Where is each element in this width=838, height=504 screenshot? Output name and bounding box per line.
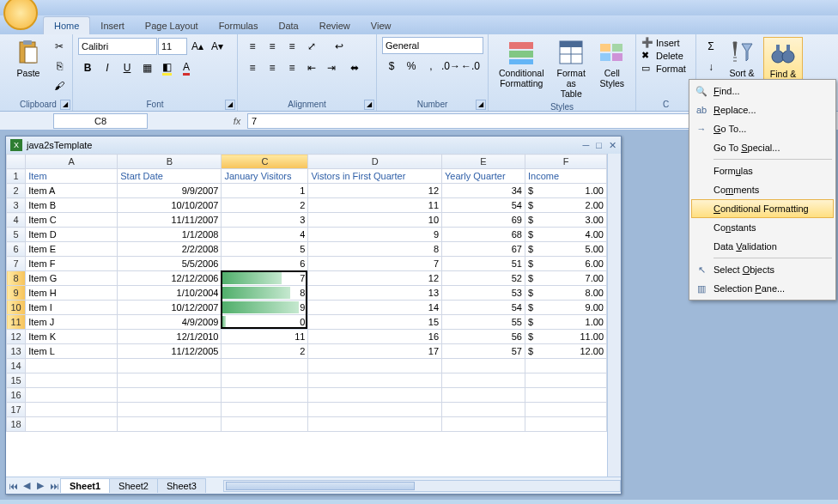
align-left-button[interactable]: ≡: [243, 58, 262, 77]
menu-goto[interactable]: →Go To...: [691, 119, 834, 138]
cell[interactable]: [442, 388, 525, 403]
cell[interactable]: 3: [222, 213, 308, 228]
cell[interactable]: 52: [442, 271, 525, 286]
cell[interactable]: 1: [222, 184, 308, 198]
cell[interactable]: [525, 417, 607, 432]
menu-constants[interactable]: Constants: [691, 218, 834, 237]
cell[interactable]: 5/5/2006: [118, 257, 222, 271]
menu-conditional-formatting[interactable]: Conditional Formatting: [691, 199, 834, 218]
cell[interactable]: [222, 373, 308, 388]
cell[interactable]: 68: [442, 228, 525, 242]
cell[interactable]: 4.00: [525, 228, 607, 242]
cell[interactable]: 7: [308, 257, 442, 271]
fill-button[interactable]: ↓: [701, 58, 720, 76]
cell[interactable]: [118, 359, 222, 373]
cell[interactable]: Item I: [26, 301, 118, 315]
cell[interactable]: [442, 373, 525, 388]
format-painter-button[interactable]: 🖌: [50, 76, 69, 95]
minimize-button[interactable]: ─: [583, 140, 590, 151]
cell[interactable]: [308, 373, 442, 388]
maximize-button[interactable]: □: [596, 140, 602, 151]
row-header-6[interactable]: 6: [7, 242, 26, 257]
cell-header[interactable]: January Visitors: [222, 169, 308, 184]
sheet-tab-1[interactable]: Sheet1: [60, 478, 110, 493]
row-header-9[interactable]: 9: [7, 286, 26, 301]
row-header-13[interactable]: 13: [7, 344, 26, 359]
col-header-C[interactable]: C: [222, 155, 308, 169]
sheet-tab-2[interactable]: Sheet2: [109, 478, 158, 493]
cell[interactable]: 9: [222, 301, 308, 315]
cell[interactable]: 2: [222, 198, 308, 213]
cell[interactable]: [308, 388, 442, 403]
paste-button[interactable]: Paste: [9, 37, 47, 80]
font-family-combo[interactable]: [78, 38, 157, 55]
cell-header[interactable]: Income: [525, 169, 607, 184]
grow-font-button[interactable]: A▴: [188, 37, 207, 56]
cell[interactable]: 12/12/2006: [118, 271, 222, 286]
cell[interactable]: 16: [308, 330, 442, 344]
spreadsheet-grid[interactable]: ABCDEF1ItemStart DateJanuary VisitorsVis…: [6, 154, 607, 477]
menu-replace[interactable]: abReplace...: [691, 100, 834, 119]
cell-header[interactable]: Start Date: [118, 169, 222, 184]
cell[interactable]: 11: [308, 198, 442, 213]
align-middle-button[interactable]: ≡: [263, 37, 282, 56]
delete-cells-button[interactable]: ✖Delete: [641, 50, 683, 61]
cell[interactable]: 11.00: [525, 330, 607, 344]
cell[interactable]: [525, 403, 607, 417]
tab-formulas[interactable]: Formulas: [209, 17, 269, 34]
font-size-combo[interactable]: [158, 38, 187, 55]
cell[interactable]: 0: [222, 315, 308, 330]
cell[interactable]: Item G: [26, 271, 118, 286]
number-launcher[interactable]: ◢: [476, 100, 486, 110]
cell[interactable]: [118, 403, 222, 417]
cell[interactable]: 14: [308, 301, 442, 315]
cell[interactable]: [222, 359, 308, 373]
row-header-5[interactable]: 5: [7, 228, 26, 242]
cell[interactable]: 67: [442, 242, 525, 257]
cell[interactable]: 15: [308, 315, 442, 330]
cell[interactable]: [118, 388, 222, 403]
tab-page-layout[interactable]: Page Layout: [135, 17, 209, 34]
vertical-scrollbar[interactable]: [607, 154, 621, 477]
row-header-15[interactable]: 15: [7, 373, 26, 388]
workbook-titlebar[interactable]: X java2sTemplate ─ □ ✕: [6, 137, 621, 154]
row-header-4[interactable]: 4: [7, 213, 26, 228]
row-header-12[interactable]: 12: [7, 330, 26, 344]
cell[interactable]: 54: [442, 301, 525, 315]
cell[interactable]: Item H: [26, 286, 118, 301]
clipboard-launcher[interactable]: ◢: [60, 100, 70, 110]
autosum-button[interactable]: Σ: [701, 37, 720, 56]
percent-button[interactable]: %: [402, 57, 421, 76]
cell[interactable]: 1/1/2008: [118, 228, 222, 242]
cell[interactable]: 12: [308, 271, 442, 286]
copy-button[interactable]: ⎘: [50, 57, 69, 76]
cell-header[interactable]: Item: [26, 169, 118, 184]
cell[interactable]: [26, 403, 118, 417]
menu-comments[interactable]: Comments: [691, 180, 834, 199]
merge-button[interactable]: ⬌: [342, 58, 367, 77]
cell[interactable]: 4: [222, 228, 308, 242]
prev-sheet-button[interactable]: ◀: [20, 480, 33, 491]
font-color-button[interactable]: A: [177, 58, 196, 77]
orientation-button[interactable]: ⤢: [302, 37, 321, 56]
align-center-button[interactable]: ≡: [263, 58, 282, 77]
format-cells-button[interactable]: ▭Format: [641, 63, 686, 74]
tab-insert[interactable]: Insert: [90, 17, 135, 34]
col-header-E[interactable]: E: [442, 155, 525, 169]
menu-data-validation[interactable]: Data Validation: [691, 237, 834, 256]
cell[interactable]: [222, 403, 308, 417]
row-header-18[interactable]: 18: [7, 417, 26, 432]
cell[interactable]: [525, 359, 607, 373]
cell[interactable]: 17: [308, 344, 442, 359]
cell[interactable]: 5.00: [525, 242, 607, 257]
comma-button[interactable]: ,: [422, 57, 440, 76]
cell[interactable]: Item J: [26, 315, 118, 330]
cell[interactable]: 2.00: [525, 198, 607, 213]
cell[interactable]: Item L: [26, 344, 118, 359]
cell[interactable]: 54: [442, 198, 525, 213]
cell[interactable]: 9: [308, 228, 442, 242]
cell[interactable]: 8: [308, 242, 442, 257]
fill-color-button[interactable]: ◧: [157, 58, 176, 77]
align-bottom-button[interactable]: ≡: [282, 37, 301, 56]
tab-home[interactable]: Home: [43, 16, 90, 34]
